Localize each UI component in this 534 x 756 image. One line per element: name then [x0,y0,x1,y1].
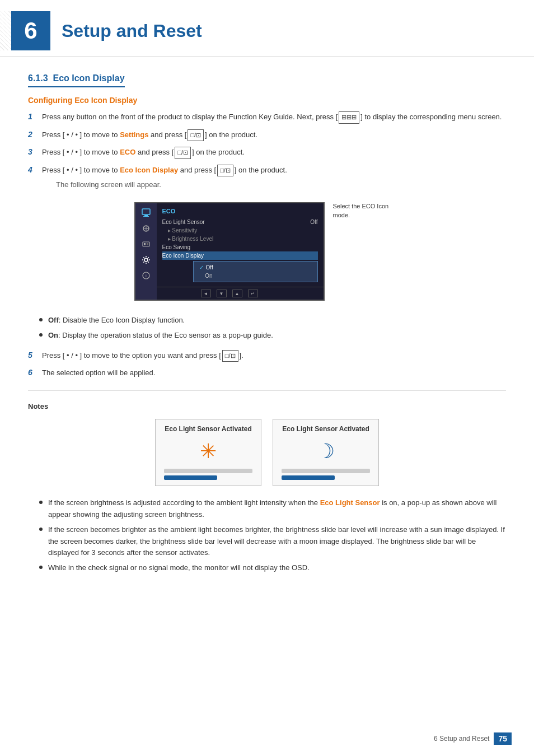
osd-on-label: On [205,273,212,279]
step-text-6: The selected option will be applied. [42,367,506,379]
note-bullet-3: While in the check signal or no signal m… [28,562,506,574]
osd-bottom-bar: ◄ ▼ ▲ ↵ [135,287,324,300]
option-bullets: Off: Disable the Eco Icon Display functi… [28,315,506,342]
step-4: 4 Press [ • / • ] to move to Eco Icon Di… [28,165,506,191]
osd-wrapper: i ECO Eco Light Sensor Off ▸ Sensitivity… [134,202,400,301]
popup-sun-icon: ✳ [164,440,252,463]
check-mark: ✓ [199,264,204,270]
main-content: 6.1.3 Eco Icon Display Configuring Eco I… [0,73,534,605]
chapter-title: Setup and Reset [62,21,202,41]
note-dot-1 [39,501,43,504]
note-bullet-2: If the screen becomes brighter as the am… [28,524,506,559]
osd-submenu-panel: ✓ Off On [193,261,318,282]
step-2: 2 Press [ • / • ] to move to Settings an… [28,129,506,142]
step-3: 3 Press [ • / • ] to move to ECO and pre… [28,147,506,159]
step-num-6: 6 [28,367,42,377]
bullet-on: On: Display the operation status of the … [28,330,506,342]
osd-label-eco-light: Eco Light Sensor [162,219,205,225]
osd-label-brightness-level: ▸ Brightness Level [168,236,214,242]
page-header: 6 Setup and Reset [0,0,534,57]
note-bullet-1: If the screen brightness is adjusted acc… [28,497,506,521]
note-dot-3 [39,566,43,569]
osd-row-sensitivity: ▸ Sensitivity [162,226,318,235]
notes-label: Notes [28,402,506,410]
steps-cont-list: 5 Press [ • / • ] to move to the option … [28,350,506,379]
svg-point-7 [144,258,148,262]
popup-title-moon: Eco Light Sensor Activated [282,425,370,433]
osd-screenshot-container: i ECO Eco Light Sensor Off ▸ Sensitivity… [28,202,506,301]
step-6: 6 The selected option will be applied. [28,367,506,379]
chapter-number: 6 [24,17,37,44]
osd-off-label: Off [206,264,213,270]
step-text-1: Press any button on the front of the pro… [42,111,506,124]
osd-on-spacer [199,273,201,279]
osd-nav-up: ▲ [232,290,242,297]
step-num-2: 2 [28,129,42,139]
svg-text:i: i [146,273,147,278]
svg-rect-1 [144,215,148,216]
popup-bar-1 [164,469,252,473]
osd-nav-enter: ↵ [248,290,258,297]
enter-icon-2: □/⊡ [188,129,204,142]
eco-light-sensor-highlight: Eco Light Sensor [320,498,380,507]
step-num-1: 1 [28,111,42,121]
enter-icon-4: □/⊡ [217,165,233,177]
off-bold: Off [48,316,59,324]
step-text-4: Press [ • / • ] to move to Eco Icon Disp… [42,165,506,191]
popup-images-row: Eco Light Sensor Activated ✳ Eco Light S… [28,419,506,486]
osd-note-text: Select the ECO Icon mode. [333,202,400,220]
popup-bar-moon [282,469,370,480]
osd-label-eco-saving: Eco Saving [162,244,191,250]
footer-text: 6 Setup and Reset [434,735,489,743]
osd-sidebar: i [135,203,157,300]
step-1: 1 Press any button on the front of the p… [28,111,506,124]
svg-rect-0 [142,209,150,214]
bullet-off: Off: Disable the Eco Icon Display functi… [28,315,506,326]
svg-rect-5 [144,243,146,245]
enter-icon-5: □/⊡ [222,350,238,362]
bullet-dot-off [39,318,43,321]
note-dot-2 [39,528,43,531]
svg-rect-2 [143,216,149,217]
settings-label: Settings [120,130,148,139]
popup-box-moon: Eco Light Sensor Activated ☽ [273,419,379,486]
osd-eco-title: ECO [162,208,318,214]
on-bold: On [48,331,58,339]
bullet-off-text: Off: Disable the Eco Icon Display functi… [48,315,185,326]
osd-icon-brightness [140,223,152,234]
osd-label-sensitivity: ▸ Sensitivity [168,227,198,234]
menu-icon: ⊞⊞⊞ [339,111,359,124]
osd-nav-left: ◄ [201,290,211,297]
eco-icon-display-label: Eco Icon Display [120,166,178,174]
osd-submenu: ✓ Off On [193,261,318,282]
osd-nav-down: ▼ [217,290,227,297]
osd-icon-settings [140,255,152,265]
step-num-5: 5 [28,350,42,360]
osd-val-eco-light: Off [310,219,317,225]
osd-submenu-off: ✓ Off [199,263,312,272]
svg-rect-6 [147,243,148,245]
steps-list: 1 Press any button on the front of the p… [28,111,506,191]
osd-row-eco-light: Eco Light Sensor Off [162,218,318,226]
svg-rect-4 [143,242,149,246]
note-text-2: If the screen becomes brighter as the am… [48,524,506,559]
popup-title-sun: Eco Light Sensor Activated [164,425,252,433]
note-text-3: While in the check signal or no signal m… [48,562,310,574]
osd-screen: i ECO Eco Light Sensor Off ▸ Sensitivity… [134,202,325,301]
popup-bar-accent-1 [164,475,217,480]
popup-bar-sun [164,469,252,480]
osd-label-eco-icon-display: Eco Icon Display [162,253,204,259]
section-heading: 6.1.3 Eco Icon Display [28,73,125,87]
step-num-3: 3 [28,147,42,156]
bullet-on-text: On: Display the operation status of the … [48,330,273,342]
osd-icon-info: i [140,270,152,281]
osd-row-brightness-level: ▸ Brightness Level [162,235,318,243]
popup-bar-2 [282,469,370,473]
step-text-5: Press [ • / • ] to move to the option yo… [42,350,506,362]
eco-label: ECO [120,148,135,156]
osd-row-eco-icon-display: Eco Icon Display [162,251,318,260]
notes-bullets: If the screen brightness is adjusted acc… [28,497,506,574]
osd-row-eco-saving: Eco Saving [162,243,318,251]
osd-icon-color [140,239,152,249]
chapter-number-box: 6 [11,11,50,50]
